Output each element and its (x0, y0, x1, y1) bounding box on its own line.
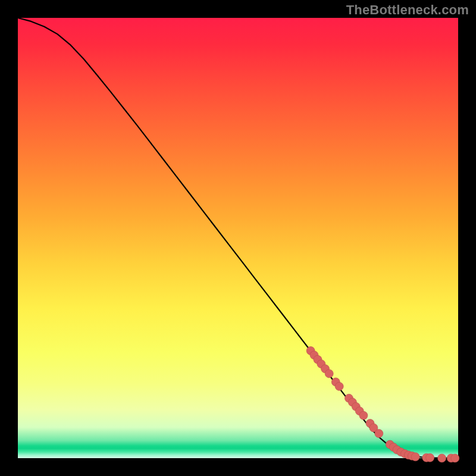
watermark-text: TheBottleneck.com (346, 2, 469, 18)
data-marker (359, 411, 368, 419)
chart-svg (18, 18, 458, 458)
chart-frame: TheBottleneck.com (0, 0, 476, 476)
data-marker (375, 430, 383, 438)
data-marker (335, 382, 343, 390)
curve-line (18, 18, 458, 458)
data-marker (411, 453, 419, 461)
data-marker (451, 454, 459, 462)
marker-group (306, 346, 459, 462)
data-marker (438, 454, 446, 462)
data-marker (426, 453, 434, 462)
plot-area (18, 18, 458, 458)
data-marker (325, 369, 333, 378)
